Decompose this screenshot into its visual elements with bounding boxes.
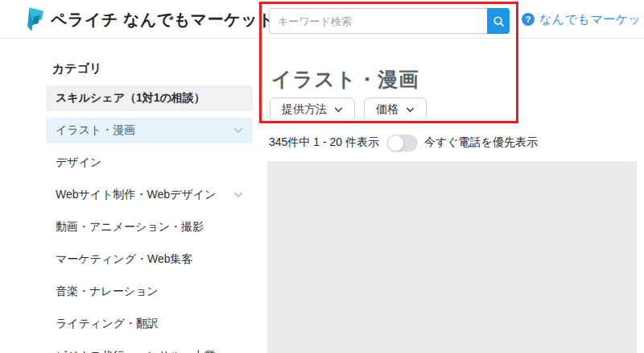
sidebar-item-illustration[interactable]: イラスト・漫画 bbox=[46, 118, 253, 143]
sidebar-item-video[interactable]: 動画・アニメーション・撮影 bbox=[46, 214, 253, 240]
search-bar bbox=[269, 8, 510, 34]
sidebar-item-label: デザイン bbox=[56, 156, 101, 170]
filter-label: 提供方法 bbox=[282, 102, 327, 117]
sidebar-item-skillshare[interactable]: スキルシェア（1対1の相談） bbox=[46, 85, 253, 111]
help-link-label: なんでもマーケットとは bbox=[539, 12, 644, 27]
sidebar-item-label: ビジネス代行・コンサル・士業 bbox=[56, 349, 216, 353]
results-count: 345件中 1 - 20 件表示 bbox=[269, 135, 379, 150]
sidebar-item-label: マーケティング・Web集客 bbox=[56, 252, 193, 267]
sidebar-item-label: Webサイト制作・Webデザイン bbox=[56, 188, 216, 202]
filter-label: 価格 bbox=[376, 102, 398, 117]
sidebar-title: カテゴリ bbox=[46, 61, 253, 77]
sidebar-item-label: 音楽・ナレーション bbox=[56, 284, 159, 299]
sidebar-item-web-production[interactable]: Webサイト制作・Webデザイン bbox=[46, 182, 253, 208]
peraichi-logo-icon bbox=[24, 7, 45, 31]
sidebar-item-business[interactable]: ビジネス代行・コンサル・士業 bbox=[46, 343, 253, 353]
help-link[interactable]: ? なんでもマーケットとは bbox=[522, 0, 644, 39]
chevron-down-icon bbox=[334, 107, 343, 113]
phone-priority-toggle[interactable] bbox=[387, 135, 418, 152]
sidebar-item-label: スキルシェア（1対1の相談） bbox=[56, 91, 205, 106]
results-content-area bbox=[267, 161, 637, 353]
sidebar-item-marketing[interactable]: マーケティング・Web集客 bbox=[46, 247, 253, 272]
sidebar-item-design[interactable]: デザイン bbox=[46, 150, 253, 176]
toggle-label: 今すぐ電話を優先表示 bbox=[424, 135, 538, 150]
chevron-down-icon bbox=[233, 192, 243, 198]
brand-title: ペライチ なんでもマーケット bbox=[51, 9, 275, 31]
results-row: 345件中 1 - 20 件表示 今すぐ電話を優先表示 bbox=[269, 134, 538, 152]
filter-delivery-method-button[interactable]: 提供方法 bbox=[270, 98, 355, 122]
chevron-down-icon bbox=[233, 127, 243, 134]
filter-price-button[interactable]: 価格 bbox=[364, 98, 427, 122]
sidebar-list: スキルシェア（1対1の相談） イラスト・漫画 デザイン Webサイト制作・Web… bbox=[46, 85, 253, 353]
sidebar-item-writing[interactable]: ライティング・翻訳 bbox=[46, 311, 253, 337]
search-input[interactable] bbox=[269, 8, 487, 34]
search-button[interactable] bbox=[487, 8, 510, 34]
filter-bar: 提供方法 価格 bbox=[270, 98, 427, 122]
sidebar-item-label: 動画・アニメーション・撮影 bbox=[56, 220, 204, 235]
sidebar-item-music[interactable]: 音楽・ナレーション bbox=[46, 279, 253, 305]
page-title: イラスト・漫画 bbox=[271, 66, 419, 93]
toggle-knob bbox=[387, 135, 404, 152]
brand-logo[interactable]: ペライチ なんでもマーケット bbox=[24, 0, 275, 39]
chevron-down-icon bbox=[406, 107, 415, 113]
question-circle-icon: ? bbox=[522, 13, 535, 26]
sidebar-item-label: ライティング・翻訳 bbox=[56, 317, 159, 331]
sidebar-item-label: イラスト・漫画 bbox=[56, 123, 135, 138]
search-icon bbox=[493, 15, 505, 27]
category-sidebar: カテゴリ スキルシェア（1対1の相談） イラスト・漫画 デザイン Webサイト制… bbox=[46, 48, 253, 353]
